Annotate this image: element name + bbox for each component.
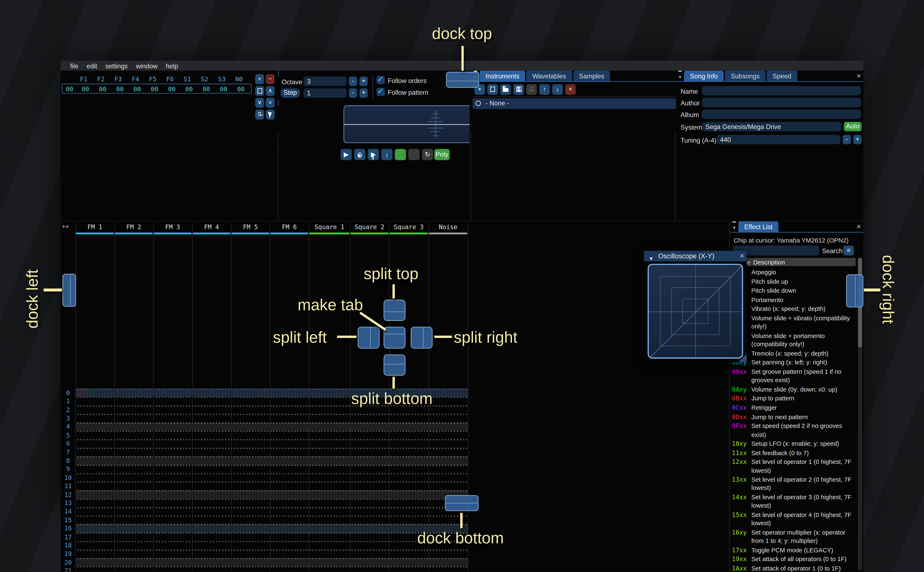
dock-target-bottom[interactable] bbox=[445, 495, 478, 511]
expand-channels-button[interactable]: ++ bbox=[62, 223, 76, 232]
pattern-row[interactable]: 13 bbox=[61, 499, 468, 507]
effect-list-item[interactable]: 0BxxJump to pattern bbox=[732, 394, 858, 403]
system-input[interactable]: Sega Genesis/Mega Drive bbox=[702, 122, 841, 131]
channel-header-square-2[interactable]: Square 2 bbox=[350, 223, 389, 235]
order-cell[interactable]: 00 bbox=[146, 85, 163, 92]
oscilloscope-xy-window[interactable]: ▼ Oscilloscope (X-Y) × bbox=[644, 251, 746, 362]
delete-instrument-button[interactable]: × bbox=[565, 84, 576, 95]
order-cell[interactable]: 00 bbox=[180, 85, 198, 92]
tuning-input[interactable]: 440 bbox=[717, 135, 840, 144]
play-from-cursor-button[interactable]: ▶ bbox=[368, 149, 379, 160]
pattern-row[interactable]: 4 bbox=[61, 423, 468, 431]
effect-list-item[interactable]: 12xxSet level of operator 1 (0 highest, … bbox=[732, 458, 858, 474]
effect-list-item[interactable]: 09xxSet groove pattern (speed 1 if no gr… bbox=[732, 367, 858, 384]
resize-grip[interactable] bbox=[739, 354, 746, 362]
effect-list-item[interactable]: 02xxPitch slide down bbox=[732, 286, 858, 295]
deep-clone-order-button[interactable]: S̶ bbox=[255, 110, 264, 120]
album-input[interactable] bbox=[702, 110, 861, 119]
effect-list-item[interactable]: 10xySetup LFO (x: enable; y: speed) bbox=[732, 439, 858, 448]
effect-list-item[interactable]: 0DxxJump to next pattern bbox=[732, 412, 858, 421]
effect-list-item[interactable]: 08xySet panning (x: left; y: right) bbox=[732, 358, 858, 367]
order-cell[interactable]: 00 bbox=[76, 85, 94, 92]
pattern-row[interactable]: 3 bbox=[61, 414, 468, 423]
instrument-folders-button[interactable]: ∴ bbox=[526, 84, 537, 95]
effect-list-item[interactable]: 0FxxSet speed (speed 2 if no grooves exi… bbox=[732, 422, 858, 438]
name-input[interactable] bbox=[702, 86, 861, 95]
pattern-row[interactable]: 7 bbox=[61, 448, 468, 457]
effect-list-item[interactable]: 17xxToggle PCM mode (LEGACY) bbox=[732, 546, 858, 554]
effect-list-item[interactable]: 01xxPitch slide up bbox=[732, 277, 858, 285]
tuning-increment-button[interactable]: + bbox=[853, 135, 862, 144]
effect-list-item[interactable]: 16xySet operator multiplier (x: operator… bbox=[732, 528, 858, 545]
dock-target-top[interactable] bbox=[446, 72, 479, 88]
pattern-row[interactable]: 18 bbox=[61, 541, 468, 550]
move-instrument-down-button[interactable]: ↓ bbox=[552, 84, 563, 95]
channel-header-square-3[interactable]: Square 3 bbox=[389, 223, 428, 235]
order-cell[interactable]: 00 bbox=[198, 85, 215, 92]
split-target-left[interactable] bbox=[358, 327, 379, 348]
move-order-up-button[interactable]: ∧ bbox=[266, 86, 274, 96]
tuning-decrement-button[interactable]: - bbox=[843, 135, 851, 144]
oscilloscope-xy-titlebar[interactable]: ▼ Oscilloscope (X-Y) bbox=[644, 251, 746, 261]
step-button[interactable]: Step bbox=[280, 88, 300, 98]
channel-header-noise[interactable]: Noise bbox=[428, 223, 468, 235]
pattern-row[interactable]: 9 bbox=[61, 465, 468, 474]
pattern-row[interactable]: 12 bbox=[61, 490, 468, 499]
move-order-down-button[interactable]: ∨ bbox=[255, 98, 264, 108]
order-cell[interactable]: 00 bbox=[163, 85, 181, 92]
channel-header-fm-1[interactable]: FM 1 bbox=[75, 223, 114, 235]
effect-list-item[interactable]: 0AxyVolume slide (0y: down; x0: up) bbox=[732, 385, 858, 393]
tab-list-popup-button[interactable]: ▼ bbox=[676, 71, 684, 81]
duplicate-order-button[interactable] bbox=[255, 86, 264, 96]
channel-header-square-1[interactable]: Square 1 bbox=[309, 223, 350, 235]
effect-list-item[interactable]: 14xxSet level of operator 3 (0 highest, … bbox=[732, 493, 858, 510]
pattern-row[interactable]: 14 bbox=[61, 507, 468, 516]
effect-list-item[interactable]: 13xxSet level of operator 2 (0 highest, … bbox=[732, 475, 858, 492]
effect-list-item[interactable]: 06xyVolume slide + portamento (compatibi… bbox=[732, 331, 858, 348]
channel-header-fm-3[interactable]: FM 3 bbox=[153, 223, 192, 235]
pattern-row[interactable]: 5 bbox=[61, 431, 468, 440]
tab-song-info[interactable]: Song Info bbox=[684, 71, 724, 81]
tab-effect-list[interactable]: Effect List bbox=[739, 221, 779, 232]
tab-wavetables[interactable]: Wavetables bbox=[527, 71, 572, 81]
effect-list-options-button[interactable]: ≡ bbox=[843, 246, 854, 255]
pattern-row[interactable]: 19 bbox=[61, 550, 468, 558]
make-tab-target[interactable] bbox=[383, 327, 405, 348]
collapse-triangle-icon[interactable]: ▼ bbox=[649, 254, 653, 264]
metronome-button[interactable] bbox=[408, 149, 420, 160]
effect-list-item[interactable]: 03xxPortamento bbox=[732, 295, 858, 304]
split-target-top[interactable] bbox=[383, 300, 405, 321]
open-instrument-button[interactable] bbox=[500, 84, 511, 95]
pattern-row[interactable]: 17 bbox=[61, 533, 468, 541]
order-cell[interactable]: 00 bbox=[215, 85, 232, 92]
menu-item-settings[interactable]: settings bbox=[101, 62, 132, 69]
pattern-row[interactable]: 16 bbox=[61, 524, 468, 533]
pattern-row[interactable]: 21 bbox=[61, 567, 468, 572]
save-instrument-button[interactable] bbox=[513, 84, 524, 95]
order-edit-mode-button[interactable] bbox=[266, 110, 274, 120]
record-button[interactable] bbox=[395, 149, 406, 160]
octave-decrement-button[interactable]: - bbox=[349, 76, 357, 86]
order-cell[interactable]: 00 bbox=[111, 85, 129, 92]
pattern-row[interactable]: 15 bbox=[61, 516, 468, 524]
effect-list-item[interactable]: 1AxxSet attack of operator 1 (0 to 1F) bbox=[732, 564, 858, 572]
tab-speed[interactable]: Speed bbox=[767, 71, 797, 81]
channel-header-fm-6[interactable]: FM 6 bbox=[270, 223, 309, 235]
menu-item-window[interactable]: window bbox=[132, 62, 162, 69]
menu-item-help[interactable]: help bbox=[162, 62, 182, 69]
dock-target-right[interactable] bbox=[846, 274, 863, 307]
effect-list-item[interactable]: 15xxSet level of operator 4 (0 highest, … bbox=[732, 511, 858, 527]
tab-subsongs[interactable]: Subsongs bbox=[725, 71, 765, 81]
pattern-row[interactable]: 6 bbox=[61, 440, 468, 448]
add-order-button[interactable]: + bbox=[255, 74, 264, 84]
tab-list-popup-button[interactable]: ▼ bbox=[730, 221, 738, 232]
close-icon[interactable]: × bbox=[856, 72, 861, 80]
channel-header-fm-4[interactable]: FM 4 bbox=[192, 223, 231, 235]
step-increment-button[interactable]: + bbox=[360, 88, 368, 98]
octave-increment-button[interactable]: + bbox=[360, 76, 368, 86]
effect-list-item[interactable]: 11xxSet feedback (0 to 7) bbox=[732, 448, 858, 457]
pattern-row[interactable]: 20 bbox=[61, 558, 468, 567]
close-icon[interactable]: × bbox=[740, 252, 744, 260]
auto-system-button[interactable]: Auto bbox=[844, 122, 862, 131]
step-decrement-button[interactable]: - bbox=[349, 88, 357, 98]
